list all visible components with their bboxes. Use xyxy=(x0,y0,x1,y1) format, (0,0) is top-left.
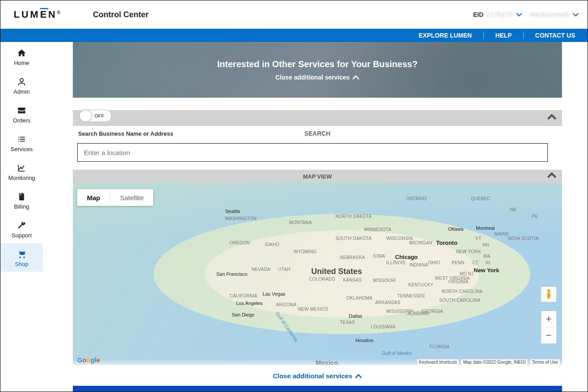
close-additional-services-button[interactable]: Close additional services xyxy=(275,74,359,81)
banner-title: Interested in Other Services for Your Bu… xyxy=(217,59,418,69)
map-section-title: MAP VIEW xyxy=(303,173,332,180)
separator xyxy=(523,32,524,39)
eid-label: EID xyxy=(473,11,483,18)
eid-value: 1175272 xyxy=(486,11,513,18)
invoice-icon: $ xyxy=(17,192,26,202)
search-label: Search Business Name or Address xyxy=(78,130,562,137)
app-title: Control Center xyxy=(93,10,149,19)
zoom-in-button[interactable]: + xyxy=(541,311,556,327)
sidebar: Home Admin Orders Services Monitoring $ … xyxy=(0,42,43,392)
zoom-control: + − xyxy=(541,311,557,344)
services-banner: Interested in Other Services for Your Bu… xyxy=(73,42,562,98)
map-type-map[interactable]: Map xyxy=(77,189,110,206)
logo: LUMEN® xyxy=(14,9,62,20)
sidebar-item-label: Orders xyxy=(13,117,30,124)
header: LUMEN® Control Center EID 1175272 markus… xyxy=(0,0,588,29)
chevron-down-icon xyxy=(573,13,579,16)
terms-link[interactable]: Terms of Use xyxy=(530,359,560,365)
search-section-header: OFF xyxy=(73,110,562,126)
location-search-input[interactable] xyxy=(77,143,548,162)
collapse-search-button[interactable] xyxy=(546,111,558,124)
chevron-up-icon xyxy=(355,374,362,378)
toggle-label: OFF xyxy=(94,113,104,118)
sidebar-item-label: Home xyxy=(14,60,30,66)
sidebar-item-label: Monitoring xyxy=(8,175,35,181)
keyboard-shortcuts-link[interactable]: Keyboard shortcuts xyxy=(417,359,459,365)
sidebar-item-support[interactable]: Support xyxy=(0,214,43,243)
chevron-up-icon xyxy=(352,75,359,80)
sidebar-item-label: Shop xyxy=(15,261,28,267)
nav-explore[interactable]: EXPLORE LUMEN xyxy=(417,32,474,39)
sidebar-item-shop[interactable]: Shop xyxy=(0,243,43,272)
chevron-up-icon xyxy=(546,111,558,123)
close-label: Close additional services xyxy=(275,74,350,81)
separator xyxy=(483,32,484,39)
sidebar-item-monitoring[interactable]: Monitoring xyxy=(0,157,43,186)
nav-contact[interactable]: CONTACT US xyxy=(533,32,577,39)
chevron-down-icon xyxy=(516,13,522,16)
cart-icon xyxy=(17,249,26,259)
home-icon xyxy=(17,48,26,58)
sidebar-item-services[interactable]: Services xyxy=(0,128,43,157)
pegman-icon xyxy=(545,289,553,300)
map-surface xyxy=(73,183,562,365)
chevron-up-icon xyxy=(546,170,558,181)
main-content: Interested in Other Services for Your Bu… xyxy=(43,42,588,392)
top-nav: EXPLORE LUMEN HELP CONTACT US xyxy=(0,29,588,42)
sidebar-item-home[interactable]: Home xyxy=(0,42,43,71)
svg-text:$: $ xyxy=(20,193,22,196)
sidebar-item-orders[interactable]: Orders xyxy=(0,99,43,128)
username: markussmith xyxy=(530,11,570,18)
list-icon xyxy=(17,134,26,144)
svg-point-2 xyxy=(547,289,550,293)
map-type-switcher: Map Satellite xyxy=(77,189,153,206)
map-attribution: Map data ©2022 Google, INEGI xyxy=(461,359,528,365)
footer-bar xyxy=(73,386,562,392)
sidebar-item-billing[interactable]: $ Billing xyxy=(0,186,43,214)
user-dropdown[interactable]: markussmith xyxy=(530,11,579,18)
secondary-address-toggle[interactable]: OFF xyxy=(79,110,112,122)
sidebar-item-label: Admin xyxy=(14,88,30,95)
sidebar-item-label: Support xyxy=(11,232,32,239)
toggle-knob xyxy=(79,110,92,122)
sidebar-item-label: Billing xyxy=(14,203,30,210)
user-icon xyxy=(17,77,26,87)
close-additional-services-button-bottom[interactable]: Close additional services xyxy=(73,372,562,380)
map-footer: Google Keyboard shortcuts Map data ©2022… xyxy=(73,359,562,365)
svg-point-0 xyxy=(20,79,23,82)
chart-icon xyxy=(17,163,26,173)
map-view[interactable]: United States Mexico WASHINGTON OREGON I… xyxy=(73,183,562,365)
close-label: Close additional services xyxy=(273,372,352,380)
nav-help[interactable]: HELP xyxy=(494,32,513,39)
map-type-satellite[interactable]: Satellite xyxy=(110,189,153,206)
google-logo: Google xyxy=(77,356,100,364)
sidebar-item-label: Services xyxy=(11,146,33,152)
zoom-out-button[interactable]: − xyxy=(541,327,556,343)
collapse-map-button[interactable] xyxy=(546,170,558,183)
wrench-icon xyxy=(17,221,26,230)
eid-dropdown[interactable]: EID 1175272 xyxy=(473,11,522,18)
sidebar-item-admin[interactable]: Admin xyxy=(0,71,43,99)
inbox-icon xyxy=(17,106,26,115)
streetview-pegman[interactable] xyxy=(541,286,557,302)
map-section-header: MAP VIEW xyxy=(73,170,562,183)
